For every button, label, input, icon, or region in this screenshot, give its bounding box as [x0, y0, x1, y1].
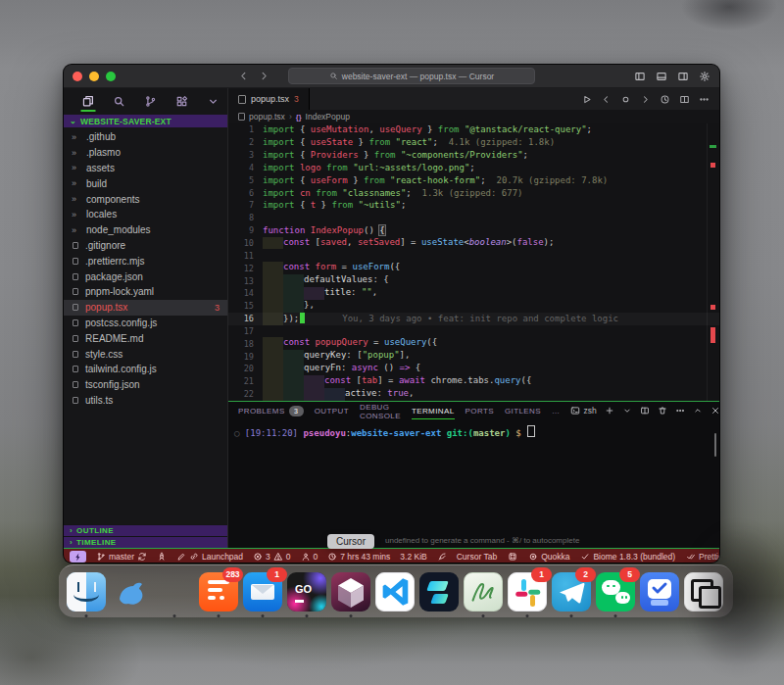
command-center-search[interactable]: website-saver-ext — popup.tsx — Cursor [288, 68, 535, 84]
terminal[interactable]: ○ [19:11:20] pseudoyu:website-saver-ext … [228, 419, 719, 548]
file-tailwind.config.js[interactable]: tailwind.config.js [64, 362, 227, 377]
panel-tab-terminal[interactable]: TERMINAL [412, 402, 455, 419]
zoom-window-button[interactable] [106, 72, 116, 81]
close-window-button[interactable] [73, 72, 82, 81]
panel-tab-debug-console[interactable]: DEBUG CONSOLE [360, 402, 401, 419]
file-utils.ts[interactable]: utils.ts [64, 393, 227, 409]
nav-back-icon[interactable] [238, 71, 249, 81]
file-tsconfig.json[interactable]: tsconfig.json [64, 377, 227, 393]
dock-app-warp[interactable] [419, 572, 459, 612]
activity-files[interactable] [80, 92, 96, 112]
activity-search[interactable] [112, 92, 127, 112]
status-launchpad[interactable]: Launchpad [176, 552, 243, 562]
file-name: README.md [85, 333, 143, 344]
layout-sidebar-right-icon[interactable] [677, 71, 689, 82]
code-token: defaultValues [304, 274, 372, 284]
status-quill[interactable] [437, 552, 447, 562]
file-build[interactable]: »build [64, 175, 227, 191]
status-cursor-tab[interactable]: Cursor Tab [457, 552, 497, 562]
panel-tab-…[interactable]: … [552, 402, 560, 419]
file-postcss.config.js[interactable]: postcss.config.js [64, 316, 227, 331]
dock-app-follow[interactable]: 283 [199, 572, 238, 612]
run-icon[interactable] [581, 94, 592, 105]
file-assets[interactable]: »assets [64, 161, 227, 176]
status-plasmo[interactable] [157, 552, 167, 562]
terminal-picker[interactable] [622, 406, 632, 416]
split-terminal[interactable] [640, 406, 650, 416]
activity-extensions[interactable] [174, 92, 190, 112]
file-package.json[interactable]: package.json [64, 269, 227, 284]
outline-section[interactable]: › OUTLINE [64, 524, 227, 536]
breadcrumb[interactable]: popup.tsx › {} IndexPopup [228, 110, 719, 123]
dock-app-cursor[interactable] [331, 572, 370, 612]
nav-back-icon[interactable] [601, 94, 612, 105]
panel-tab-gitlens[interactable]: GITLENS [505, 402, 541, 419]
layout-sidebar-left-icon[interactable] [634, 71, 646, 82]
file-style.css[interactable]: style.css [64, 346, 227, 362]
explorer-section-header[interactable]: ⌄ WEBSITE-SAVER-EXT [64, 115, 227, 127]
file-node_modules[interactable]: »node_modules [64, 222, 227, 238]
file-.github[interactable]: ».github [64, 129, 227, 145]
maximize-panel[interactable] [693, 406, 703, 416]
dock-app-finder[interactable] [67, 572, 106, 612]
panel-tab-output[interactable]: OUTPUT [315, 402, 349, 419]
close-panel[interactable] [710, 406, 720, 416]
status-biome[interactable]: Biome 1.8.3 (bundled) [580, 552, 675, 562]
code-line: 8 [228, 212, 719, 224]
activity-source-control[interactable] [143, 92, 159, 112]
code-token: 4.1k (gzipped: 1.8k) [438, 137, 555, 147]
status-feedback[interactable]: 0 [301, 552, 318, 562]
dock-app-goland[interactable]: GO [287, 572, 326, 612]
status-git-branch[interactable]: master [96, 552, 147, 562]
more-icon[interactable] [699, 94, 710, 105]
file-.gitignore[interactable]: .gitignore [64, 238, 227, 254]
nav-forward-icon[interactable] [640, 94, 651, 105]
file-pnpm-lock.yaml[interactable]: pnpm-lock.yaml [64, 284, 227, 300]
panel-tab-ports[interactable]: PORTS [466, 402, 494, 419]
dock-app-things[interactable] [640, 572, 679, 612]
activity-chevron-down[interactable] [206, 92, 221, 112]
tab-popup-tsx[interactable]: popup.tsx 3 [228, 88, 310, 110]
panel-more[interactable] [675, 406, 685, 416]
status-remote[interactable] [70, 551, 86, 563]
file-components[interactable]: »components [64, 191, 227, 207]
layout-panel-icon[interactable] [656, 71, 667, 82]
kill-terminal[interactable] [658, 406, 667, 416]
minimize-window-button[interactable] [89, 72, 99, 81]
dock-app-wechat[interactable]: 5 [596, 572, 635, 612]
file-.prettierrc.mjs[interactable]: .prettierrc.mjs [64, 253, 227, 269]
dock-app-telegram[interactable]: 2 [552, 572, 591, 612]
terminal-scrollbar[interactable] [714, 433, 716, 457]
file-locales[interactable]: »locales [64, 207, 227, 222]
dock-app-audio-waves[interactable] [155, 572, 194, 612]
plus-icon [605, 406, 614, 416]
code-token: { [300, 175, 311, 185]
dock-app-clipper[interactable] [684, 572, 723, 612]
nav-circle-icon[interactable] [620, 94, 631, 105]
code-editor[interactable]: 1import { useMutation, useQuery } from "… [228, 123, 719, 401]
panel-tab-problems[interactable]: PROBLEMS3 [238, 402, 304, 419]
new-terminal[interactable] [605, 406, 614, 416]
settings-gear-icon[interactable] [699, 71, 710, 82]
status-problems[interactable]: 30 [253, 552, 290, 562]
file-popup.tsx[interactable]: popup.tsx3 [64, 300, 227, 316]
running-indicator [570, 614, 573, 617]
status-tab-toggle[interactable] [508, 552, 517, 562]
status-wakatime[interactable]: 7 hrs 43 mins [327, 552, 390, 562]
dock-app-sketch-notes[interactable] [464, 572, 503, 612]
file-.plasmo[interactable]: ».plasmo [64, 145, 227, 161]
shell[interactable]: zsh [570, 406, 596, 416]
status-filesize[interactable]: 3.2 KiB [400, 552, 426, 562]
timeline-section[interactable]: › TIMELINE [64, 536, 227, 548]
status-quokka[interactable]: Quokka [528, 552, 569, 562]
dock-app-mail[interactable]: 1 [243, 572, 282, 612]
dock-app-fox-reader[interactable] [111, 572, 150, 612]
file-icon [238, 95, 246, 104]
dock-app-vscode[interactable] [375, 572, 415, 612]
nav-forward-icon[interactable] [259, 71, 270, 81]
split-editor-icon[interactable] [679, 94, 690, 105]
file-README.md[interactable]: README.md [64, 330, 227, 346]
dock-app-slack[interactable]: 1 [508, 572, 547, 612]
status-prettier[interactable]: Prettier [686, 552, 720, 562]
history-icon[interactable] [660, 94, 670, 105]
